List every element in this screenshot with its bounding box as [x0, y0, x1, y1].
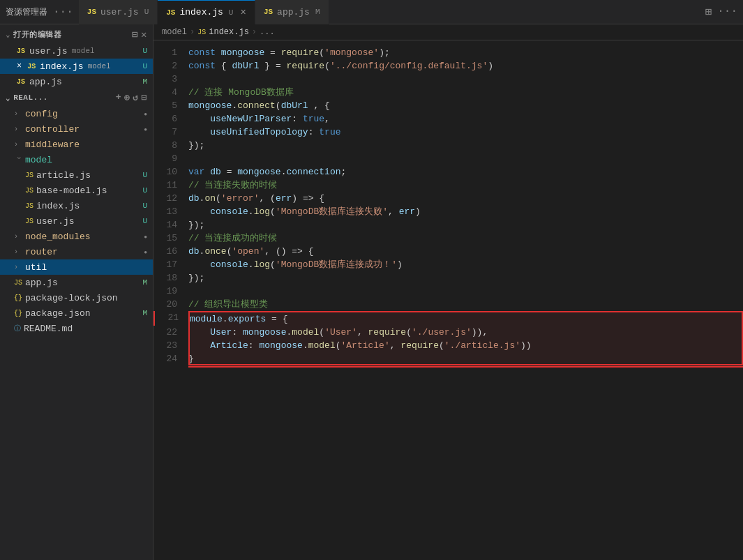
close-all-icon[interactable]: ✕: [141, 29, 147, 40]
tab-app-js[interactable]: JS app.js M: [255, 0, 329, 24]
file-article-badge: U: [142, 171, 147, 179]
folder-controller-dot: ●: [144, 126, 147, 133]
line-content-15: // 当连接成功的时候: [188, 232, 743, 245]
line-num-23: 23: [153, 339, 188, 352]
refresh-icon[interactable]: ↺: [133, 92, 138, 103]
open-file-app-js-name: app.js: [29, 77, 62, 87]
open-editors-label: 打开的编辑器: [13, 29, 61, 40]
line-num-19: 19: [153, 285, 188, 298]
line-content-3: [188, 73, 743, 86]
breadcrumb-sep1: ›: [190, 27, 195, 37]
tab-user-js-label: user.js: [100, 7, 139, 17]
folder-model[interactable]: › model: [0, 152, 153, 167]
code-line-2: 2 const { dbUrl } = require('../config/c…: [153, 59, 743, 73]
open-editors-actions: ⊟ ✕: [132, 29, 147, 40]
folder-config[interactable]: › config ●: [0, 106, 153, 121]
line-num-15: 15: [153, 232, 188, 245]
save-all-icon[interactable]: ⊟: [132, 29, 138, 40]
js-icon-user: JS: [25, 218, 33, 225]
line-num-17: 17: [153, 258, 188, 271]
code-line-21: 21 module.exports = {: [153, 311, 743, 326]
title-bar-more[interactable]: ···: [53, 6, 73, 18]
new-folder-icon[interactable]: ⊕: [124, 92, 130, 103]
folder-util[interactable]: › util: [0, 259, 153, 275]
code-line-8: 8 });: [153, 139, 743, 152]
js-file-icon-2: JS: [27, 63, 36, 70]
file-model-user-js[interactable]: JS user.js U: [0, 213, 153, 229]
explorer-header[interactable]: ⌄ REAL... + ⊕ ↺ ⊟: [0, 89, 153, 106]
folder-model-name: model: [25, 155, 52, 165]
line-content-17: console.log('MongoDB数据库连接成功！'): [188, 258, 743, 271]
folder-node-dot: ●: [144, 234, 147, 240]
new-file-icon[interactable]: +: [116, 92, 121, 103]
line-content-23: Article: mongoose.model('Article', requi…: [188, 339, 743, 352]
line-content-20: // 组织导出模型类: [188, 298, 743, 311]
explorer-chevron[interactable]: ⌄: [6, 93, 10, 103]
js-file-icon-3: JS: [17, 78, 25, 86]
open-file-app-js-badge: M: [142, 77, 147, 86]
line-content-13: console.log('MongoDB数据库连接失败', err): [188, 205, 743, 218]
open-file-app-js[interactable]: JS app.js M: [0, 74, 153, 89]
tab-index-js-label: index.js: [179, 7, 223, 17]
line-content-7: useUnifiedTopology: true: [188, 126, 743, 139]
file-package-lock[interactable]: {} package-lock.json: [0, 290, 153, 305]
breadcrumb-sep2: ›: [252, 27, 257, 37]
open-file-index-js-badge: U: [142, 62, 147, 70]
folder-util-arrow: ›: [14, 264, 22, 271]
md-icon: ⓘ: [14, 324, 21, 333]
folder-router-name: router: [25, 247, 58, 257]
folder-router-dot: ●: [144, 249, 147, 255]
folder-model-arrow: ›: [15, 156, 22, 164]
line-num-5: 5: [153, 99, 188, 112]
breadcrumb-js-icon: JS: [197, 29, 206, 36]
tab-index-js[interactable]: JS index.js U ×: [158, 0, 255, 24]
line-content-18: });: [188, 271, 743, 285]
main-layout: ⌄ 打开的编辑器 ⊟ ✕ JS user.js model U × JS ind…: [0, 24, 743, 560]
file-model-index-badge: U: [142, 202, 147, 210]
file-package-json-name: package.json: [25, 308, 91, 319]
file-base-model-badge: U: [142, 186, 147, 195]
file-base-model-js[interactable]: JS base-model.js U: [0, 183, 153, 198]
line-content-24: }: [188, 352, 743, 368]
title-bar-actions: ⊞ ···: [705, 5, 737, 19]
folder-controller[interactable]: › controller ●: [0, 121, 153, 137]
tab-index-js-close[interactable]: ×: [240, 7, 246, 18]
line-num-4: 4: [153, 86, 188, 99]
folder-node-modules[interactable]: › node_modules ●: [0, 229, 153, 244]
line-num-3: 3: [153, 73, 188, 86]
collapse-icon[interactable]: ⊟: [142, 92, 147, 103]
open-file-user-js-tag: model: [72, 47, 95, 55]
code-line-4: 4 // 连接 MongoDB数据库: [153, 86, 743, 99]
split-editor-icon[interactable]: ⊞: [705, 5, 712, 19]
open-editors-header: ⌄ 打开的编辑器 ⊟ ✕: [0, 24, 153, 43]
code-line-23: 23 Article: mongoose.model('Article', re…: [153, 339, 743, 352]
file-model-index-js[interactable]: JS index.js U: [0, 198, 153, 213]
line-content-19: [188, 285, 743, 298]
js-icon-base: JS: [25, 187, 33, 195]
code-editor[interactable]: 1 const mongoose = require('mongoose'); …: [153, 40, 743, 373]
sidebar: ⌄ 打开的编辑器 ⊟ ✕ JS user.js model U × JS ind…: [0, 24, 153, 560]
line-num-6: 6: [153, 112, 188, 126]
open-file-index-js-close[interactable]: ×: [17, 61, 22, 71]
code-line-18: 18 });: [153, 271, 743, 285]
code-line-5: 5 mongoose.connect(dbUrl , {: [153, 99, 743, 112]
open-file-index-js[interactable]: × JS index.js model U: [0, 59, 153, 74]
tab-user-js[interactable]: JS user.js U: [79, 0, 158, 24]
folder-middleware-name: middleware: [25, 139, 80, 150]
file-root-app-js[interactable]: JS app.js M: [0, 275, 153, 290]
file-root-app-name: app.js: [25, 278, 58, 288]
folder-controller-name: controller: [25, 124, 80, 135]
line-num-20: 20: [153, 298, 188, 311]
title-bar: 资源管理器 ··· JS user.js U JS index.js U × J…: [0, 0, 743, 24]
file-package-json[interactable]: {} package.json M: [0, 305, 153, 321]
file-readme[interactable]: ⓘ README.md: [0, 321, 153, 336]
more-actions-icon[interactable]: ···: [717, 5, 737, 19]
file-article-js[interactable]: JS article.js U: [0, 167, 153, 183]
file-model-index-name: index.js: [36, 201, 80, 211]
line-num-9: 9: [153, 152, 188, 165]
open-file-user-js[interactable]: JS user.js model U: [0, 43, 153, 59]
folder-router[interactable]: › router ●: [0, 244, 153, 259]
open-editors-chevron[interactable]: ⌄: [6, 30, 10, 39]
folder-middleware[interactable]: › middleware: [0, 137, 153, 152]
code-line-3: 3: [153, 73, 743, 86]
